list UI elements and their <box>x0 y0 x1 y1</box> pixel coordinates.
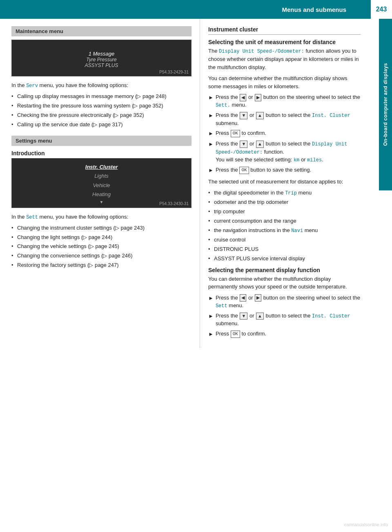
sdb-line3: Vehicle <box>93 181 110 190</box>
maintenance-header: Maintenance menu <box>11 26 192 36</box>
btn-up-icon[interactable]: ▲ <box>256 112 264 119</box>
settings-display: Instr. Cluster Lights Vehicle Heating ▼ … <box>11 158 192 208</box>
left-column: Maintenance menu 1 Message Tyre Pressure… <box>0 19 200 348</box>
subsection2-para: You can determine whether the multifunct… <box>208 275 361 291</box>
sub2-instr-line-1: ► Press the ◀ or ▶ button on the steerin… <box>208 294 361 310</box>
sett-menu-code: Sett. <box>216 103 230 108</box>
maintenance-intro: In the Serv menu, you have the following… <box>11 81 192 89</box>
settings-header: Settings menu <box>11 136 192 146</box>
instr-arrow-icon: ► <box>208 112 214 120</box>
instr-line-3: ► Press OK to confirm. <box>208 130 361 138</box>
sdb-line2: Lights <box>94 172 109 181</box>
maintenance-display-line3: ASSYST PLUS <box>85 63 118 68</box>
list-item: Checking the tire pressure electronicall… <box>11 112 192 119</box>
list-item: cruise control <box>208 236 361 244</box>
side-tab-label: On-board computer and displays <box>383 63 388 146</box>
list-item: Changing the convenience settings (▷ pag… <box>11 252 192 260</box>
instr-arrow-icon: ► <box>208 331 214 338</box>
maintenance-bullets: Calling up display messages in message m… <box>11 93 192 128</box>
list-item: Calling up display messages in message m… <box>11 93 192 101</box>
subsection1-para2: You can determine whether the multifunct… <box>208 74 361 90</box>
right-column: Instrument cluster Selecting the unit of… <box>200 19 379 348</box>
list-item: Changing the vehicle settings (▷ page 24… <box>11 243 192 250</box>
list-item: trip computer <box>208 208 361 216</box>
list-item: odometer and the trip odometer <box>208 199 361 206</box>
sett-code2: Sett <box>216 303 227 309</box>
instr-line-1: ► Press the ◀ or ▶ button on the steerin… <box>208 94 361 109</box>
settings-bullets: Changing the instrument cluster settings… <box>11 224 192 269</box>
sdb-line4: Heating <box>92 190 111 199</box>
btn-down-icon[interactable]: ▼ <box>240 313 247 320</box>
btn-down-icon[interactable]: ▼ <box>240 112 247 119</box>
list-item: ASSYST PLUS service interval display <box>208 255 361 263</box>
list-item: current consumption and the range <box>208 217 361 225</box>
side-tab: On-board computer and displays <box>379 19 392 190</box>
ok-button3[interactable]: OK <box>231 331 240 338</box>
watermark: carmanualsonline.info <box>344 522 388 527</box>
display-unit-code2: Display Unit Speed-/Odometer: <box>216 141 347 155</box>
ok-button[interactable]: OK <box>231 130 240 137</box>
header-title: Menus and submenus <box>0 6 371 13</box>
list-item: Calling up the service due date (▷ page … <box>11 121 192 129</box>
list-item: the navigation instructions in the Navi … <box>208 227 361 235</box>
btn-right-icon[interactable]: ▶ <box>255 294 261 302</box>
btn-left-icon[interactable]: ◀ <box>240 94 246 101</box>
settings-display-code: P54.33-2430-31 <box>159 201 189 206</box>
sub2-instr-line-2: ► Press the ▼ or ▲ button to select the … <box>208 312 361 328</box>
btn-down-icon[interactable]: ▼ <box>240 141 247 148</box>
instr-arrow-icon: ► <box>208 313 214 320</box>
sett-code: Sett <box>26 215 38 220</box>
settings-intro-text: In the Sett menu, you have the following… <box>11 213 192 221</box>
sub2-instr-line-3: ► Press OK to confirm. <box>208 330 361 338</box>
instr-arrow-icon: ► <box>208 167 214 174</box>
right-section-title: Instrument cluster <box>208 26 361 35</box>
subsection1-para1: The Display Unit Speed-/Odometer: functi… <box>208 47 361 71</box>
miles-code: miles <box>307 157 322 163</box>
instr-arrow-icon: ► <box>208 141 214 148</box>
instr-line-5: ► Press the OK button to save the settin… <box>208 166 361 174</box>
maintenance-display-code: P54.33-2429-31 <box>159 70 189 74</box>
sdb-arrow: ▼ <box>100 200 104 204</box>
list-item: Changing the light settings (▷ page 244) <box>11 234 192 241</box>
applies-title: The selected unit of measurement for dis… <box>208 178 361 186</box>
list-item: Restoring the factory settings (▷ page 2… <box>11 262 192 269</box>
settings-intro-title: Introduction <box>11 150 192 156</box>
applies-bullets: the digital speedometer in the Trip menu… <box>208 189 361 263</box>
subsection2-title: Selecting the permanent display function <box>208 267 361 273</box>
list-item: the digital speedometer in the Trip menu <box>208 189 361 197</box>
page-number: 243 <box>371 0 392 19</box>
maintenance-display: 1 Message Tyre Pressure ASSYST PLUS P54.… <box>11 40 192 76</box>
list-item: DISTRONIC PLUS <box>208 246 361 253</box>
serv-code: Serv <box>26 83 38 89</box>
btn-right-icon[interactable]: ▶ <box>255 94 261 101</box>
list-item: Restarting the tire pressure loss warnin… <box>11 102 192 110</box>
subsection1-title: Selecting the unit of measurement for di… <box>208 39 361 45</box>
instr-line-2: ► Press the ▼ or ▲ button to select the … <box>208 112 361 127</box>
ok-button2[interactable]: OK <box>239 167 249 174</box>
maintenance-display-line1: 1 Message <box>89 51 115 57</box>
instr-arrow-icon: ► <box>208 130 214 138</box>
instr-arrow-icon: ► <box>208 94 214 102</box>
btn-left-icon[interactable]: ◀ <box>240 294 246 302</box>
content-area: Maintenance menu 1 Message Tyre Pressure… <box>0 19 392 348</box>
top-bar: Menus and submenus 243 <box>0 0 392 19</box>
display-unit-code: Display Unit Speed-/Odometer: <box>219 49 304 54</box>
inst-cluster-code: Inst. Cluster <box>312 113 350 118</box>
inst-cluster-code2: Inst. Cluster <box>312 313 350 319</box>
btn-up-icon[interactable]: ▲ <box>256 313 264 320</box>
list-item: Changing the instrument cluster settings… <box>11 224 192 232</box>
instr-line-4: ► Press the ▼ or ▲ button to select the … <box>208 140 361 164</box>
sdb-line1: Instr. Cluster <box>85 163 118 172</box>
btn-up-icon[interactable]: ▲ <box>256 141 264 148</box>
instr-arrow-icon: ► <box>208 295 214 302</box>
km-code: km <box>294 157 299 163</box>
maintenance-display-line2: Tyre Pressure <box>86 57 116 63</box>
